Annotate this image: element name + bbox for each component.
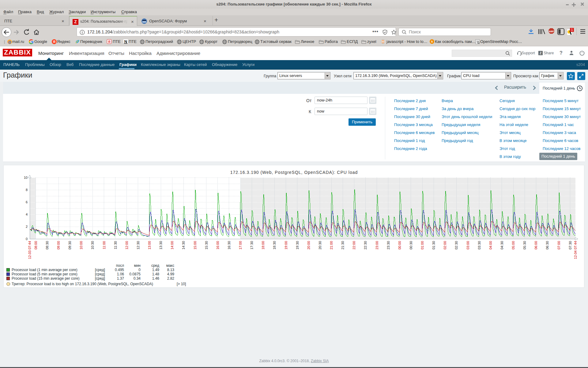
svg-text:Я: Я	[108, 40, 110, 44]
svg-text:@: @	[8, 40, 11, 44]
svg-text:N: N	[124, 39, 127, 44]
svg-text:lt: lt	[431, 40, 433, 43]
svg-text:ABP: ABP	[549, 30, 554, 33]
svg-text:Я: Я	[53, 40, 55, 44]
svg-text:1: 1	[571, 28, 573, 32]
